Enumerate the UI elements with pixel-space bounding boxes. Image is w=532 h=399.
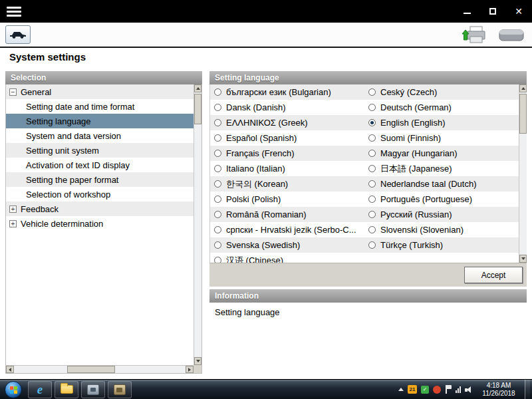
language-vertical-scrollbar[interactable] <box>519 84 527 263</box>
selection-panel-body: −GeneralSetting date and time formatSett… <box>5 84 202 374</box>
language-option-chinese[interactable]: 汉语 (Chinese) <box>210 253 364 263</box>
selection-vertical-scrollbar[interactable] <box>194 84 201 365</box>
device-icon[interactable] <box>497 25 525 44</box>
radio-icon[interactable] <box>214 104 221 111</box>
radio-icon[interactable] <box>214 241 221 249</box>
language-option-hrvatski-jezik-serbo-c[interactable]: српски - Hrvatski jezik (Serbo-C... <box>210 222 364 237</box>
language-option-korean[interactable]: 한국의 (Korean) <box>210 176 364 192</box>
language-label: български език (Bulgarian) <box>226 87 331 97</box>
taskbar-explorer-button[interactable] <box>55 381 78 398</box>
radio-icon[interactable] <box>368 88 376 96</box>
tree-item-system-and-data-version[interactable]: System and data version <box>6 128 194 143</box>
radio-icon[interactable] <box>368 241 376 249</box>
action-center-flag-icon[interactable] <box>445 385 452 394</box>
radio-icon[interactable] <box>368 196 376 203</box>
language-option-deutsch-german[interactable]: Deutsch (German) <box>364 100 519 115</box>
calendar-icon[interactable]: 21 <box>408 385 417 394</box>
language-option-dansk-danish[interactable]: Dansk (Danish) <box>210 100 364 115</box>
language-label: 日本語 (Japanese) <box>380 163 452 175</box>
taskbar-app-button-2[interactable] <box>108 381 132 398</box>
language-option-italiano-italian[interactable]: Italiano (Italian) <box>210 161 364 176</box>
language-option-slovenski-slovenian[interactable]: Slovenski (Slovenian) <box>364 222 519 237</box>
radio-icon[interactable] <box>214 180 221 188</box>
expand-icon[interactable]: + <box>9 220 17 227</box>
language-option-cesk-czech[interactable]: Ceský (Czech) <box>364 84 519 100</box>
language-option-t-rk-e-turkish[interactable]: Türkçe (Turkish) <box>364 237 519 253</box>
tree-item-selection-of-workshop[interactable]: Selection of workshop <box>6 187 194 201</box>
print-export-icon[interactable] <box>462 24 488 45</box>
scroll-down-icon[interactable] <box>519 255 527 263</box>
radio-icon[interactable] <box>214 88 221 96</box>
start-button[interactable] <box>5 381 22 398</box>
tree-item-activation-of-text-id-display[interactable]: Activation of text ID display <box>6 158 194 172</box>
vehicle-button[interactable] <box>5 25 31 44</box>
maximize-icon[interactable] <box>489 8 496 15</box>
language-option-english-english[interactable]: English (English) <box>364 115 519 130</box>
scroll-right-icon[interactable] <box>186 366 194 373</box>
scroll-down-icon[interactable] <box>194 357 201 365</box>
scrollbar-thumb[interactable] <box>519 94 527 134</box>
language-option-japanese[interactable]: 日本語 (Japanese) <box>364 161 519 176</box>
tree-item-vehicle-determination[interactable]: +Vehicle determination <box>6 216 194 231</box>
collapse-icon[interactable]: − <box>9 88 17 96</box>
taskbar-ie-button[interactable]: e <box>28 381 52 398</box>
language-option-greek[interactable]: ΕΛΛΗΝΙΚΟΣ (Greek) <box>210 115 364 130</box>
scroll-left-icon[interactable] <box>6 366 14 373</box>
menu-icon[interactable] <box>7 5 24 19</box>
radio-icon[interactable] <box>214 150 221 157</box>
taskbar-clock[interactable]: 4:18 AM 11/26/2018 <box>477 382 521 398</box>
selection-horizontal-scrollbar[interactable] <box>6 365 194 373</box>
language-option-magyar-hungarian[interactable]: Magyar (Hungarian) <box>364 146 519 161</box>
language-option-bulgarian[interactable]: български език (Bulgarian) <box>210 84 364 100</box>
radio-icon[interactable] <box>368 165 376 172</box>
scrollbar-thumb[interactable] <box>194 94 201 124</box>
radio-icon[interactable] <box>214 119 221 126</box>
tree-item-feedback[interactable]: +Feedback <box>6 201 194 216</box>
hidden-icons-chevron-icon[interactable] <box>398 388 404 391</box>
tree-item-general[interactable]: −General <box>6 84 194 99</box>
alert-icon[interactable] <box>433 386 441 394</box>
language-option-portugu-s-portuguese[interactable]: Português (Portuguese) <box>364 192 519 207</box>
tree-item-setting-date-and-time-format[interactable]: Setting date and time format <box>6 99 194 114</box>
radio-icon[interactable] <box>214 257 221 263</box>
radio-icon[interactable] <box>214 211 221 218</box>
language-option-fran-ais-french[interactable]: Français (French) <box>210 146 364 161</box>
taskbar-app-button-1[interactable] <box>81 381 105 398</box>
radio-icon[interactable] <box>214 165 221 172</box>
radio-icon[interactable] <box>368 150 376 157</box>
scrollbar-corner <box>194 365 201 373</box>
accept-button[interactable]: Accept <box>464 267 523 283</box>
radio-icon[interactable] <box>368 226 376 233</box>
radio-icon[interactable] <box>368 211 376 218</box>
language-option-espa-ol-spanish[interactable]: Español (Spanish) <box>210 130 364 146</box>
radio-icon[interactable] <box>214 134 221 142</box>
radio-icon[interactable] <box>368 104 376 111</box>
expand-icon[interactable]: + <box>9 205 17 213</box>
minimize-icon[interactable] <box>464 13 471 14</box>
network-icon[interactable] <box>456 386 461 393</box>
language-option-rom-n-romanian[interactable]: Română (Romanian) <box>210 207 364 222</box>
shield-icon[interactable]: ✓ <box>421 386 429 394</box>
radio-selected-icon[interactable] <box>368 119 376 126</box>
radio-icon[interactable] <box>214 196 221 203</box>
tree-item-setting-the-paper-format[interactable]: Setting the paper format <box>6 172 194 187</box>
volume-icon[interactable] <box>465 386 473 394</box>
language-option-suomi-finnish[interactable]: Suomi (Finnish) <box>364 130 519 146</box>
close-icon[interactable]: ✕ <box>515 7 523 16</box>
tree-item-setting-language[interactable]: Setting language <box>6 114 194 128</box>
tree-item-setting-unit-system[interactable]: Setting unit system <box>6 143 194 158</box>
show-desktop-button[interactable] <box>525 380 530 399</box>
language-option-svenska-swedish[interactable]: Svenska (Swedish) <box>210 237 364 253</box>
scroll-up-icon[interactable] <box>194 84 201 92</box>
language-option-polski-polish[interactable]: Polski (Polish) <box>210 192 364 207</box>
radio-icon[interactable] <box>214 226 221 233</box>
language-cell-empty <box>364 253 519 263</box>
radio-icon[interactable] <box>368 134 376 142</box>
language-option-nederlandse-taal-dutch[interactable]: Nederlandse taal (Dutch) <box>364 176 519 192</box>
language-row: Svenska (Swedish)Türkçe (Turkish) <box>210 237 519 253</box>
scrollbar-thumb[interactable] <box>67 366 115 373</box>
scroll-up-icon[interactable] <box>519 84 527 92</box>
radio-icon[interactable] <box>368 180 376 188</box>
tree-item-label: Vehicle determination <box>21 219 103 229</box>
language-option-russian[interactable]: Русский (Russian) <box>364 207 519 222</box>
